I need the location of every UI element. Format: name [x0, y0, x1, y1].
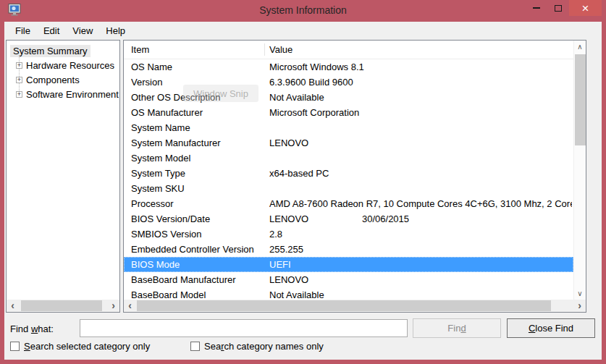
row-item: BaseBoard Manufacturer	[131, 272, 236, 287]
menu-view[interactable]: View	[66, 23, 99, 38]
tree-item-label: System Summary	[10, 45, 91, 57]
table-row[interactable]: Other OS Description Not Available	[124, 90, 573, 105]
close-find-button[interactable]: Close Find	[507, 318, 595, 338]
table-row[interactable]: Version 6.3.9600 Build 9600	[124, 75, 573, 90]
tree-children: + Hardware Resources + Components + Soft…	[7, 58, 119, 101]
row-item: System Manufacturer	[131, 135, 221, 151]
search-category-names-option[interactable]: Search category names only	[190, 341, 324, 352]
column-header-value[interactable]: Value	[269, 44, 293, 55]
expand-plus-icon[interactable]: +	[16, 77, 22, 83]
table-row[interactable]: OS Name Microsoft Windows 8.1	[124, 59, 573, 75]
close-button[interactable]: ×	[569, 0, 602, 16]
row-value: AMD A8-7600 Radeon R7, 10 Compute Cores …	[269, 196, 572, 211]
listview-rows: OS Name Microsoft Windows 8.1 Version 6.…	[124, 59, 573, 300]
details-vscrollbar[interactable]: ∧ ∨	[573, 41, 586, 300]
window-title: System Information	[0, 4, 606, 16]
row-value: Not Available	[269, 287, 572, 300]
tree-item-software-environment[interactable]: + Software Environment	[7, 87, 119, 101]
window-body: File Edit View Help System Summary + Har…	[4, 22, 602, 360]
scroll-left-icon[interactable]: ‹	[7, 300, 19, 311]
row-item: System Model	[131, 151, 190, 166]
details-hscroll-thumb[interactable]	[137, 300, 551, 311]
row-value: LENOVO	[269, 135, 572, 151]
details-hscrollbar[interactable]: ‹ ›	[124, 300, 586, 312]
row-value: x64-based PC	[269, 166, 572, 181]
row-value: LENOVO	[269, 272, 572, 287]
find-what-label: Find what:	[10, 323, 54, 334]
caption-buttons: ×	[526, 0, 602, 16]
tree-item-label: Hardware Resources	[26, 60, 114, 71]
table-row[interactable]: OS Manufacturer Microsoft Corporation	[124, 105, 573, 120]
expand-plus-icon[interactable]: +	[16, 91, 22, 98]
table-row[interactable]: BaseBoard Model Not Available	[124, 287, 573, 300]
tree-item-label: Components	[26, 75, 80, 85]
table-row[interactable]: BaseBoard Manufacturer LENOVO	[124, 272, 573, 287]
category-tree-pane: System Summary + Hardware Resources + Co…	[6, 40, 120, 313]
row-value: 255.255	[269, 242, 572, 257]
row-value: 2.8	[269, 227, 572, 242]
row-item: SMBIOS Version	[131, 227, 202, 242]
table-row[interactable]: System SKU	[124, 181, 573, 196]
column-header-item[interactable]: Item	[131, 44, 149, 55]
search-selected-category-option[interactable]: Search selected category only	[10, 341, 150, 352]
table-row[interactable]: System Type x64-based PC	[124, 166, 573, 181]
table-row[interactable]: System Name	[124, 120, 573, 135]
menu-file[interactable]: File	[9, 23, 37, 38]
search-category-names-label: Search category names only	[204, 341, 324, 352]
column-divider[interactable]	[264, 43, 265, 56]
table-row[interactable]: Processor AMD A8-7600 Radeon R7, 10 Comp…	[124, 196, 573, 211]
row-value: Not Available	[269, 90, 572, 105]
menu-help[interactable]: Help	[99, 23, 132, 38]
table-row[interactable]: SMBIOS Version 2.8	[124, 227, 573, 242]
row-item: System Type	[131, 166, 185, 181]
details-pane: Item Value OS Name Microsoft Windows 8.1…	[123, 40, 586, 313]
scroll-down-icon[interactable]: ∨	[574, 287, 586, 300]
minimize-button[interactable]	[526, 0, 547, 16]
row-item: OS Manufacturer	[131, 105, 203, 120]
maximize-button[interactable]	[547, 0, 569, 16]
row-item: BIOS Mode	[131, 257, 180, 272]
bios-vendor: LENOVO	[269, 211, 362, 227]
tree-item-components[interactable]: + Components	[7, 72, 119, 87]
scroll-right-icon[interactable]: ›	[573, 300, 586, 311]
search-category-names-checkbox[interactable]	[190, 342, 200, 351]
find-options: Search selected category only Search cat…	[4, 341, 602, 357]
row-value: Microsoft Corporation	[269, 105, 572, 120]
category-tree: System Summary + Hardware Resources + Co…	[7, 43, 119, 299]
find-button[interactable]: Find	[413, 318, 501, 338]
table-row[interactable]: System Model	[124, 151, 573, 166]
table-row-selected[interactable]: BIOS Mode UEFI	[124, 257, 573, 272]
table-row[interactable]: Embedded Controller Version 255.255	[124, 242, 573, 257]
bios-date: 30/06/2015	[362, 213, 409, 224]
row-item: Other OS Description	[131, 90, 221, 105]
row-item: Processor	[131, 196, 174, 211]
menubar: File Edit View Help	[4, 22, 602, 39]
row-item: BIOS Version/Date	[131, 211, 210, 227]
vscroll-thumb[interactable]	[575, 54, 586, 145]
row-item: Version	[131, 75, 162, 90]
table-row[interactable]: System Manufacturer LENOVO	[124, 135, 573, 151]
expand-plus-icon[interactable]: +	[16, 62, 22, 69]
find-what-input[interactable]	[80, 319, 408, 337]
menu-edit[interactable]: Edit	[37, 23, 66, 38]
titlebar[interactable]: System Information ×	[0, 0, 606, 22]
tree-item-system-summary[interactable]: System Summary	[7, 43, 119, 58]
scroll-left-icon[interactable]: ‹	[124, 300, 136, 311]
table-row[interactable]: BIOS Version/Date LENOVO30/06/2015	[124, 211, 573, 227]
row-item: Embedded Controller Version	[131, 242, 254, 257]
scroll-right-icon[interactable]: ›	[107, 300, 119, 311]
search-selected-category-label: Search selected category only	[24, 341, 150, 352]
row-item: System SKU	[131, 181, 185, 196]
tree-hscroll-thumb[interactable]	[21, 300, 102, 311]
row-item: OS Name	[131, 59, 172, 75]
maximize-icon	[555, 5, 562, 12]
row-item: BaseBoard Model	[131, 287, 206, 300]
tree-item-hardware-resources[interactable]: + Hardware Resources	[7, 58, 119, 72]
tree-item-label: Software Environment	[26, 89, 119, 100]
scroll-up-icon[interactable]: ∧	[574, 41, 586, 53]
row-value: 6.3.9600 Build 9600	[269, 75, 572, 90]
row-item: System Name	[131, 120, 190, 135]
search-selected-category-checkbox[interactable]	[10, 342, 20, 351]
row-value: UEFI	[269, 257, 572, 272]
tree-hscrollbar[interactable]: ‹ ›	[7, 300, 119, 312]
